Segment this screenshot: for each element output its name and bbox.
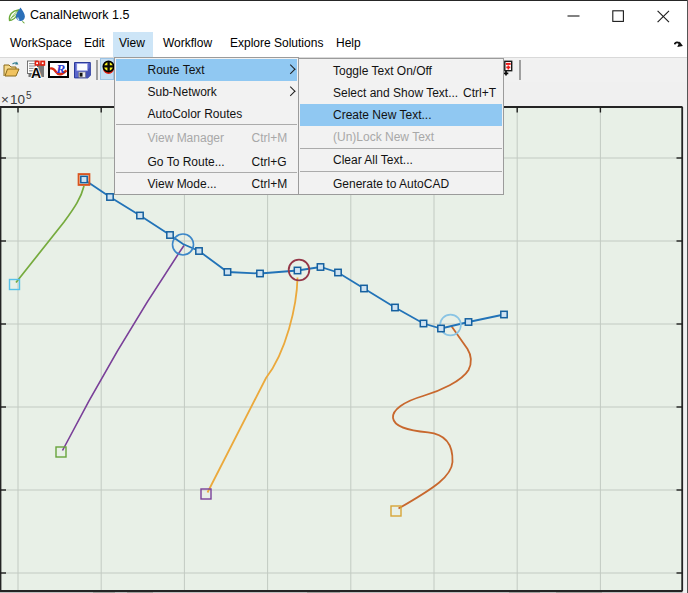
svg-text:A: A — [31, 65, 41, 81]
svg-text:R: R — [55, 61, 65, 76]
